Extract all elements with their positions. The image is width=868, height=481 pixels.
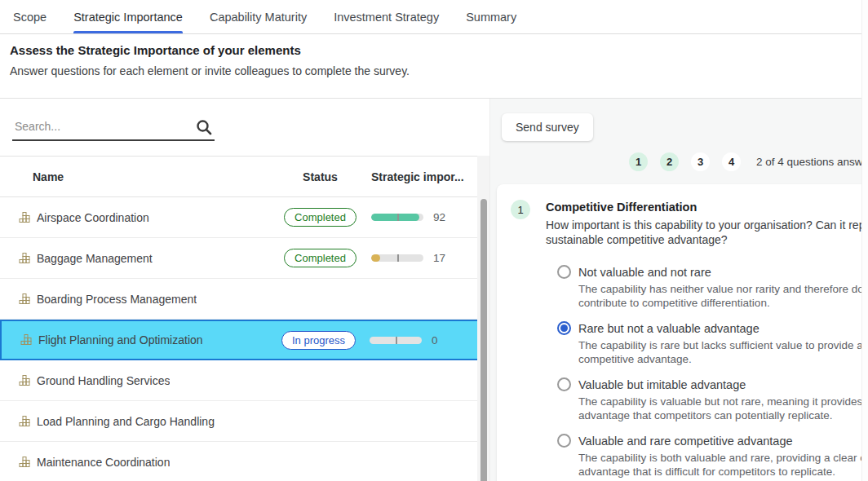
importance-score: 17 — [433, 252, 445, 264]
row-name-cell: Load Planning and Cargo Handling — [0, 415, 273, 428]
answer-option-description-line: advantage that competitors can potential… — [578, 408, 868, 422]
answer-option-description: The capability is valuable but not rare,… — [578, 395, 868, 422]
answer-option-description: The capability has neither value nor rar… — [578, 282, 868, 310]
importance-progress-bar — [370, 337, 422, 344]
answer-option: Valuable and rare competitive advantageT… — [557, 434, 868, 479]
radio-button-icon[interactable] — [557, 377, 571, 391]
column-header-status[interactable]: Status — [273, 170, 367, 183]
table-row[interactable]: Load Planning and Cargo Handling — [0, 401, 489, 442]
row-importance-cell: 92 — [367, 211, 489, 223]
element-name: Baggage Management — [37, 252, 153, 265]
answer-options: Not valuable and not rareThe capability … — [557, 265, 868, 479]
column-header-strategic-importance[interactable]: Strategic impor... — [367, 170, 489, 183]
answer-option-description-line: contribute to competitive differentiatio… — [578, 296, 868, 310]
question-card: 1 Competitive Differentiation How import… — [497, 184, 868, 481]
question-prompt-line: How important is this capability to your… — [546, 218, 865, 232]
element-name: Airspace Coordination — [37, 211, 149, 224]
answer-option-label: Not valuable and not rare — [578, 266, 711, 279]
element-name: Flight Planning and Optimization — [38, 333, 203, 346]
capability-grid-icon — [18, 374, 31, 387]
importance-progress-bar — [371, 254, 423, 262]
row-name-cell: Airspace Coordination — [0, 211, 273, 224]
row-name-cell: Ground Handling Services — [0, 374, 273, 387]
search-section — [0, 99, 489, 157]
row-status-cell: In progress — [272, 331, 365, 350]
radio-button-icon[interactable] — [557, 321, 571, 335]
table-row[interactable]: Ground Handling Services — [0, 360, 489, 401]
radio-button-icon[interactable] — [557, 434, 571, 448]
capability-grid-icon — [18, 252, 31, 265]
row-name-cell: Flight Planning and Optimization — [2, 333, 272, 346]
survey-panel: Send survey 12342 of 4 questions answere… — [489, 99, 868, 481]
table-row[interactable]: Baggage ManagementCompleted17 — [0, 238, 489, 279]
element-name: Maintenance Coordination — [37, 456, 170, 469]
answer-option-description: The capability is both valuable and rare… — [578, 451, 868, 479]
table-row[interactable]: Airspace CoordinationCompleted92 — [0, 197, 489, 238]
status-badge: Completed — [284, 208, 356, 227]
search-input[interactable] — [12, 115, 186, 139]
elements-table: Airspace CoordinationCompleted92Baggage … — [0, 197, 489, 481]
capability-grid-icon — [18, 293, 31, 306]
tab-capability-maturity[interactable]: Capability Maturity — [210, 0, 307, 33]
answer-option-description-line: The capability is both valuable and rare… — [578, 451, 868, 465]
table-row[interactable]: Boarding Process Management — [0, 279, 489, 320]
answer-option-label: Valuable but imitable advantage — [578, 378, 746, 391]
progress-midpoint-tick — [397, 254, 399, 262]
question-step-3[interactable]: 3 — [691, 152, 710, 171]
search-field — [12, 115, 215, 141]
progress-midpoint-tick — [396, 337, 397, 344]
element-name: Ground Handling Services — [37, 374, 170, 387]
question-step-4[interactable]: 4 — [722, 152, 741, 171]
answer-option-description-line: competitive advantage. — [578, 352, 868, 366]
answer-option-description-line: The capability has neither value nor rar… — [578, 282, 868, 296]
radio-button-icon[interactable] — [557, 265, 571, 279]
progress-fill — [371, 254, 380, 262]
main-split: Name Status Strategic impor... Airspace … — [0, 98, 868, 481]
question-prompt-line: sustainable competitive advantage? — [546, 232, 865, 247]
table-row[interactable]: Maintenance Coordination — [0, 442, 489, 481]
question-prompt: How important is this capability to your… — [546, 218, 865, 247]
tab-summary[interactable]: Summary — [466, 0, 516, 33]
answer-option-description-line: The capability is valuable but not rare,… — [578, 395, 868, 408]
row-importance-cell: 17 — [367, 252, 489, 264]
capability-grid-icon — [18, 211, 31, 224]
tab-strategic-importance[interactable]: Strategic Importance — [73, 0, 183, 33]
tab-scope[interactable]: Scope — [13, 0, 46, 33]
question-step-2[interactable]: 2 — [660, 152, 679, 171]
answer-option-control[interactable]: Rare but not a valuable advantage — [557, 321, 868, 335]
column-header-name[interactable]: Name — [0, 170, 273, 183]
row-name-cell: Baggage Management — [0, 252, 273, 265]
answer-option: Valuable but imitable advantageThe capab… — [557, 377, 868, 422]
tab-investment-strategy[interactable]: Investment Strategy — [334, 0, 439, 33]
answer-option-description-line: advantage that is difficult for competit… — [578, 465, 868, 479]
answer-option-control[interactable]: Valuable and rare competitive advantage — [557, 434, 868, 448]
page-subtitle: Answer questions for each element or inv… — [10, 64, 858, 77]
question-step-1[interactable]: 1 — [629, 152, 648, 171]
question-pagination: 12342 of 4 questions answered — [629, 152, 868, 171]
answer-option-control[interactable]: Valuable but imitable advantage — [557, 377, 868, 391]
element-name: Boarding Process Management — [37, 293, 197, 306]
answer-option-control[interactable]: Not valuable and not rare — [557, 265, 868, 279]
question-title: Competitive Differentiation — [546, 200, 865, 214]
app-window: { "tabs": [ {"label": "Scope", "active":… — [0, 0, 868, 481]
progress-fill — [371, 214, 419, 221]
row-name-cell: Boarding Process Management — [0, 293, 273, 306]
answer-option: Not valuable and not rareThe capability … — [557, 265, 868, 310]
elements-panel: Name Status Strategic impor... Airspace … — [0, 99, 489, 481]
status-badge: In progress — [281, 331, 356, 350]
table-row[interactable]: Flight Planning and OptimizationIn progr… — [0, 320, 489, 360]
tab-bar: ScopeStrategic ImportanceCapability Matu… — [0, 0, 868, 34]
capability-grid-icon — [18, 415, 31, 428]
page-scrollbar[interactable] — [861, 0, 868, 481]
table-scrollbar-thumb[interactable] — [480, 199, 487, 481]
row-name-cell: Maintenance Coordination — [0, 456, 273, 469]
answer-option-description-line: The capability is rare but lacks suffici… — [578, 338, 868, 352]
importance-score: 92 — [433, 211, 445, 223]
progress-midpoint-tick — [397, 214, 399, 221]
search-icon[interactable] — [195, 118, 213, 136]
answer-option-label: Valuable and rare competitive advantage — [578, 435, 793, 448]
page-title: Assess the Strategic Importance of your … — [10, 43, 858, 57]
send-survey-button[interactable]: Send survey — [502, 113, 593, 141]
answer-option: Rare but not a valuable advantageThe cap… — [557, 321, 868, 366]
element-name: Load Planning and Cargo Handling — [37, 415, 215, 428]
